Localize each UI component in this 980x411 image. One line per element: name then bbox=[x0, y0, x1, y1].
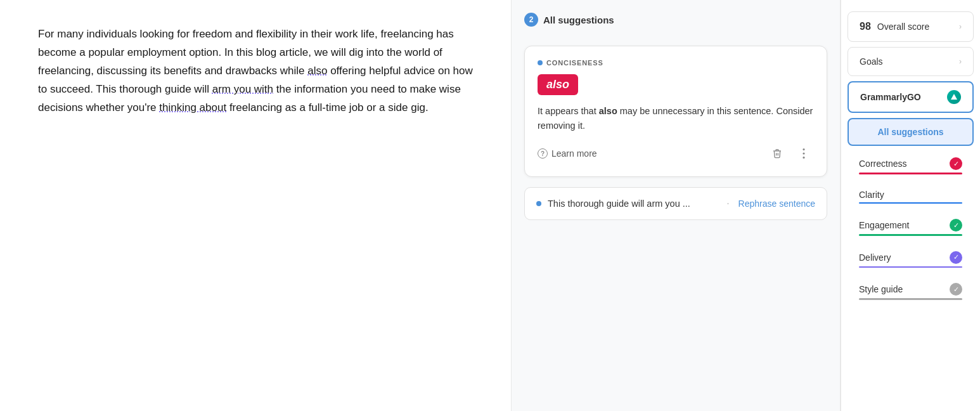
category-header: Clarity bbox=[859, 190, 962, 200]
category-name-clarity: Clarity bbox=[859, 190, 884, 200]
correctness-check-icon: ✓ bbox=[950, 157, 962, 170]
text-part-7: freelancing as a full-time job or a side… bbox=[226, 101, 428, 114]
suggestions-count-badge: 2 bbox=[524, 13, 538, 27]
card-footer: ? Learn more bbox=[538, 143, 814, 164]
suggestions-header-title: All suggestions bbox=[543, 15, 614, 25]
style-guide-underline bbox=[859, 298, 962, 300]
delivery-check-icon: ✓ bbox=[950, 251, 962, 264]
goals-chevron-icon: › bbox=[959, 57, 962, 66]
svg-marker-3 bbox=[951, 94, 957, 100]
category-name-correctness: Correctness bbox=[859, 159, 906, 169]
style-guide-check-icon: ✓ bbox=[950, 283, 962, 296]
suggestions-header: 2 All suggestions bbox=[524, 13, 827, 33]
item-text: This thorough guide will arm you ... bbox=[548, 199, 718, 209]
all-suggestions-label: All suggestions bbox=[877, 127, 943, 137]
arm-you-with[interactable]: arm you with bbox=[212, 83, 273, 95]
suggestion-item-arm[interactable]: This thorough guide will arm you ... · R… bbox=[524, 187, 827, 220]
category-header: Delivery ✓ bbox=[859, 251, 962, 264]
category-style-guide[interactable]: Style guide ✓ bbox=[848, 277, 974, 306]
category-correctness[interactable]: Correctness ✓ bbox=[848, 151, 974, 181]
right-sidebar: 98 Overall score › Goals › GrammarlyGO A… bbox=[841, 0, 980, 411]
desc-prefix: It appears that bbox=[538, 106, 599, 116]
category-clarity[interactable]: Clarity bbox=[848, 183, 974, 211]
category-header: Style guide ✓ bbox=[859, 283, 962, 296]
category-engagement[interactable]: Engagement ✓ bbox=[848, 212, 974, 242]
category-delivery[interactable]: Delivery ✓ bbox=[848, 245, 974, 275]
desc-bold: also bbox=[599, 106, 617, 116]
svg-point-1 bbox=[803, 153, 804, 155]
item-dot bbox=[536, 201, 541, 206]
overall-score-row[interactable]: 98 Overall score › bbox=[848, 11, 974, 42]
learn-more-link[interactable]: ? Learn more bbox=[538, 148, 597, 159]
suggestion-card-conciseness[interactable]: CONCISENESS also It appears that also ma… bbox=[524, 46, 827, 177]
help-icon: ? bbox=[538, 148, 548, 159]
score-value: 98 bbox=[860, 21, 871, 32]
delivery-underline bbox=[859, 266, 962, 268]
category-name-style-guide: Style guide bbox=[859, 284, 903, 294]
rephrase-action[interactable]: Rephrase sentence bbox=[738, 199, 815, 209]
svg-point-2 bbox=[803, 157, 804, 159]
editor-text: For many individuals looking for freedom… bbox=[38, 25, 473, 117]
category-dot bbox=[538, 60, 543, 65]
item-separator: · bbox=[726, 198, 729, 209]
grammarly-go-label: GrammarlyGO bbox=[860, 92, 921, 102]
also-word[interactable]: also bbox=[307, 65, 327, 77]
category-name-delivery: Delivery bbox=[859, 252, 891, 263]
clarity-underline bbox=[859, 202, 962, 204]
category-name-engagement: Engagement bbox=[859, 220, 909, 230]
card-category: CONCISENESS bbox=[538, 59, 814, 67]
more-options-button[interactable] bbox=[794, 143, 814, 164]
chevron-right-icon: › bbox=[959, 22, 962, 31]
thinking-about[interactable]: thinking about bbox=[159, 101, 226, 114]
grammarly-go-icon bbox=[947, 90, 961, 104]
engagement-check-icon: ✓ bbox=[950, 219, 962, 232]
score-label: Overall score bbox=[877, 22, 929, 32]
grammarly-go-row[interactable]: GrammarlyGO bbox=[848, 81, 974, 113]
goals-row[interactable]: Goals › bbox=[848, 47, 974, 76]
also-badge: also bbox=[538, 74, 578, 95]
card-description: It appears that also may be unnecessary … bbox=[538, 104, 814, 133]
all-suggestions-row[interactable]: All suggestions bbox=[848, 118, 974, 146]
category-header: Engagement ✓ bbox=[859, 219, 962, 232]
svg-point-0 bbox=[803, 148, 804, 150]
engagement-underline bbox=[859, 234, 962, 236]
learn-more-text: Learn more bbox=[551, 148, 597, 159]
correctness-underline bbox=[859, 173, 962, 174]
suggestions-panel: 2 All suggestions CONCISENESS also It ap… bbox=[511, 0, 841, 411]
category-label: CONCISENESS bbox=[546, 59, 603, 67]
goals-label: Goals bbox=[860, 56, 883, 67]
editor-area: For many individuals looking for freedom… bbox=[0, 0, 511, 411]
score-inner: 98 Overall score bbox=[860, 21, 929, 32]
category-header: Correctness ✓ bbox=[859, 157, 962, 170]
card-actions bbox=[767, 143, 814, 164]
delete-button[interactable] bbox=[767, 143, 787, 164]
